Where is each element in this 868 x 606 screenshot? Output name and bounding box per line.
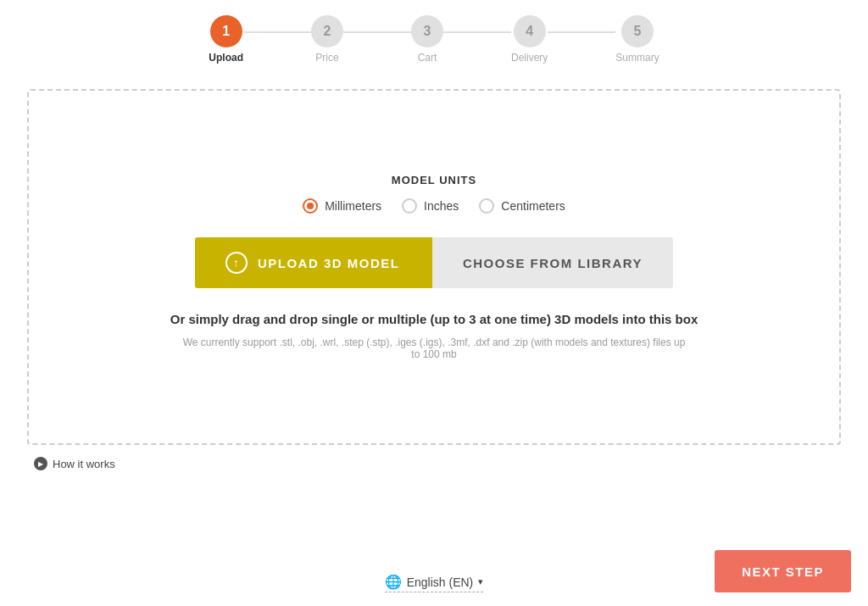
radio-cm-indicator	[479, 198, 494, 214]
radio-centimeters[interactable]: Centimeters	[479, 198, 565, 214]
next-step-button[interactable]: NEXT STEP	[715, 550, 851, 592]
step-1[interactable]: 1 Upload	[209, 15, 243, 64]
step-5-label: Summary	[615, 52, 659, 64]
how-it-works-link[interactable]: ▶ How it works	[17, 457, 115, 470]
step-connector-3-4	[443, 31, 511, 33]
step-4[interactable]: 4 Delivery	[511, 15, 548, 64]
model-units-label: MODEL UNITS	[392, 174, 476, 186]
step-5-circle: 5	[621, 15, 654, 47]
dropzone[interactable]: MODEL UNITS Millimeters Inches Centimete…	[27, 89, 841, 445]
radio-mm-dot	[307, 203, 314, 209]
language-selector[interactable]: 🌐 English (EN) ▾	[385, 574, 484, 592]
step-3-label: Cart	[418, 52, 437, 64]
step-4-label: Delivery	[511, 52, 548, 64]
step-connector-4-5	[548, 31, 615, 33]
globe-icon: 🌐	[385, 574, 402, 590]
step-connector-1-2	[243, 31, 311, 33]
play-icon: ▶	[34, 457, 47, 470]
step-5[interactable]: 5 Summary	[615, 15, 659, 64]
step-3[interactable]: 3 Cart	[411, 15, 443, 64]
language-text: English (EN)	[407, 575, 474, 589]
upload-3d-model-button[interactable]: ↑ UPLOAD 3D MODEL	[195, 237, 432, 288]
step-1-label: Upload	[209, 52, 243, 64]
radio-in-label: Inches	[424, 199, 459, 213]
chevron-down-icon: ▾	[478, 576, 483, 587]
upload-icon: ↑	[225, 252, 248, 274]
choose-from-library-button[interactable]: CHOOSE FROM LIBRARY	[432, 237, 673, 288]
step-2-label: Price	[315, 52, 338, 64]
stepper: 1 Upload 2 Price 3 Cart 4 Delivery 5 Sum…	[0, 0, 868, 72]
step-2-circle: 2	[311, 15, 343, 47]
drag-drop-text: Or simply drag and drop single or multip…	[170, 312, 698, 326]
step-2[interactable]: 2 Price	[311, 15, 343, 64]
how-it-works-label: How it works	[53, 458, 115, 470]
radio-in-indicator	[402, 198, 417, 214]
radio-group-units: Millimeters Inches Centimeters	[303, 198, 565, 214]
step-connector-2-3	[343, 31, 411, 33]
radio-cm-label: Centimeters	[501, 199, 565, 213]
radio-mm-indicator	[303, 198, 318, 214]
step-3-circle: 3	[411, 15, 443, 47]
step-1-circle: 1	[210, 15, 242, 47]
support-text: We currently support .stl, .obj, .wrl, .…	[180, 336, 688, 360]
main-content: MODEL UNITS Millimeters Inches Centimete…	[0, 72, 868, 560]
footer: 🌐 English (EN) ▾ NEXT STEP	[0, 560, 868, 606]
radio-millimeters[interactable]: Millimeters	[303, 198, 381, 214]
radio-mm-label: Millimeters	[325, 199, 381, 213]
action-buttons: ↑ UPLOAD 3D MODEL CHOOSE FROM LIBRARY	[195, 237, 673, 288]
step-4-circle: 4	[514, 15, 546, 47]
radio-inches[interactable]: Inches	[402, 198, 459, 214]
